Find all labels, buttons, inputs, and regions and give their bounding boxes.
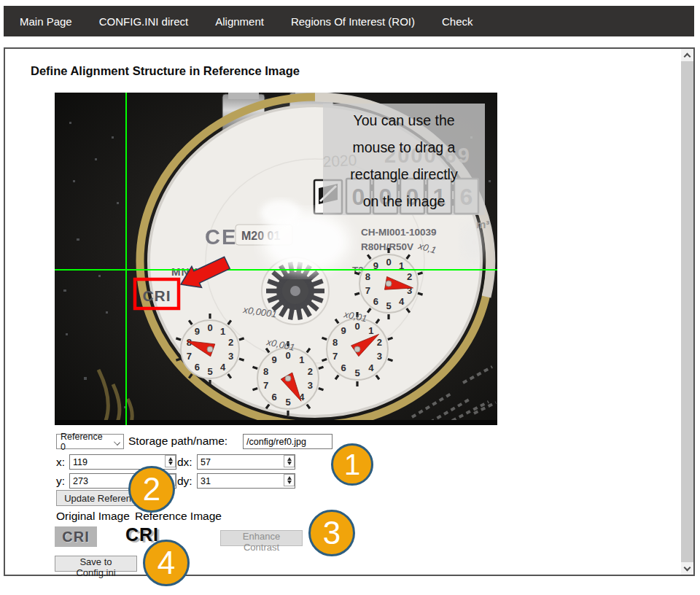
ce-mark: CE bbox=[205, 225, 237, 249]
storage-path-field-wrap bbox=[243, 434, 332, 449]
step-badge-3: 3 bbox=[308, 510, 355, 556]
drag-hint-overlay: You can use the mouse to drag a rectangl… bbox=[323, 104, 485, 215]
hint-line: on the image bbox=[323, 188, 485, 215]
photo-edge bbox=[55, 420, 497, 425]
scrollbar[interactable] bbox=[681, 49, 693, 575]
type-line2: R80H/R50V bbox=[361, 241, 413, 252]
chevron-up-icon bbox=[684, 52, 691, 60]
svg-text:0: 0 bbox=[207, 322, 212, 333]
svg-text:7: 7 bbox=[332, 351, 338, 362]
svg-text:9: 9 bbox=[272, 354, 277, 365]
svg-text:6: 6 bbox=[272, 392, 277, 402]
svg-text:1: 1 bbox=[220, 326, 225, 337]
x-stepper[interactable] bbox=[165, 455, 176, 467]
nav-item-main-page[interactable]: Main Page bbox=[20, 15, 72, 28]
reference-select[interactable]: Reference 0 bbox=[56, 434, 124, 449]
original-image-label: Original Image bbox=[56, 510, 130, 523]
enhance-contrast-button[interactable]: Enhance Contrast bbox=[220, 530, 303, 546]
scrollbar-down-button[interactable] bbox=[681, 562, 693, 575]
svg-text:8: 8 bbox=[365, 271, 370, 282]
step-badge-4: 4 bbox=[143, 540, 190, 586]
chevron-down-icon bbox=[114, 439, 120, 446]
dy-label: dy: bbox=[177, 475, 192, 488]
reference-image[interactable]: 2020 2000 69 0 0 0 1 6 bbox=[55, 93, 497, 425]
svg-text:3: 3 bbox=[377, 351, 382, 362]
content-frame: Define Alignment Structure in Reference … bbox=[4, 47, 695, 576]
svg-text:4: 4 bbox=[399, 296, 405, 307]
svg-text:6: 6 bbox=[373, 296, 378, 307]
svg-text:8: 8 bbox=[263, 366, 268, 377]
dx-field-wrap bbox=[197, 454, 295, 470]
nav-item-check[interactable]: Check bbox=[442, 15, 473, 28]
scrollbar-thumb[interactable] bbox=[681, 61, 693, 562]
svg-text:7: 7 bbox=[187, 351, 192, 362]
page-title: Define Alignment Structure in Reference … bbox=[31, 64, 300, 78]
svg-text:9: 9 bbox=[341, 325, 346, 336]
dy-field-wrap bbox=[197, 473, 295, 489]
top-navigation: Main Page CONFIG.INI direct Alignment Re… bbox=[4, 6, 694, 36]
dx-input[interactable] bbox=[197, 454, 295, 470]
scrollbar-up-button[interactable] bbox=[681, 49, 693, 61]
hint-line: mouse to drag a bbox=[323, 134, 485, 161]
hint-line: rectangle directly bbox=[323, 161, 485, 188]
svg-text:7: 7 bbox=[263, 380, 268, 391]
step-badge-1: 1 bbox=[331, 443, 373, 486]
storage-path-label: Storage path/name: bbox=[128, 435, 228, 448]
original-image-thumbnail: CRI bbox=[55, 526, 97, 547]
svg-text:2: 2 bbox=[308, 366, 313, 377]
step-badge-2: 2 bbox=[128, 466, 175, 513]
dx-stepper[interactable] bbox=[284, 455, 295, 467]
svg-text:1: 1 bbox=[368, 325, 373, 336]
hint-line: You can use the bbox=[323, 107, 485, 134]
svg-text:5: 5 bbox=[386, 300, 391, 311]
svg-text:3: 3 bbox=[308, 380, 313, 391]
x-label: x: bbox=[56, 456, 65, 469]
svg-text:1: 1 bbox=[299, 354, 304, 365]
svg-text:4: 4 bbox=[368, 362, 374, 373]
svg-text:7: 7 bbox=[365, 285, 370, 296]
type-line1: CH-MI001-10039 bbox=[361, 227, 437, 238]
svg-text:2: 2 bbox=[407, 271, 412, 282]
svg-text:5: 5 bbox=[207, 366, 212, 377]
nav-item-roi[interactable]: Regions Of Interest (ROI) bbox=[291, 15, 415, 28]
svg-text:4: 4 bbox=[220, 362, 226, 373]
svg-text:8: 8 bbox=[332, 337, 338, 348]
svg-text:9: 9 bbox=[195, 326, 200, 337]
nav-item-config-ini[interactable]: CONFIG.INI direct bbox=[99, 15, 189, 28]
svg-text:0: 0 bbox=[386, 257, 391, 268]
svg-text:2: 2 bbox=[377, 337, 382, 348]
save-to-config-button[interactable]: Save to Config.ini bbox=[55, 556, 137, 572]
svg-text:5: 5 bbox=[354, 368, 359, 378]
nav-item-alignment[interactable]: Alignment bbox=[215, 15, 264, 28]
reference-select-value: Reference 0 bbox=[61, 432, 110, 452]
dx-label: dx: bbox=[177, 456, 192, 469]
storage-path-input[interactable] bbox=[243, 434, 332, 449]
chevron-down-icon bbox=[684, 564, 691, 571]
dy-stepper[interactable] bbox=[284, 474, 295, 486]
svg-text:5: 5 bbox=[285, 397, 290, 408]
svg-text:6: 6 bbox=[341, 362, 346, 373]
svg-text:6: 6 bbox=[195, 362, 200, 373]
y-label: y: bbox=[56, 475, 65, 488]
svg-text:2: 2 bbox=[228, 337, 233, 348]
dy-input[interactable] bbox=[197, 473, 295, 489]
roi-text: CRI bbox=[142, 287, 171, 304]
svg-text:3: 3 bbox=[228, 351, 233, 362]
